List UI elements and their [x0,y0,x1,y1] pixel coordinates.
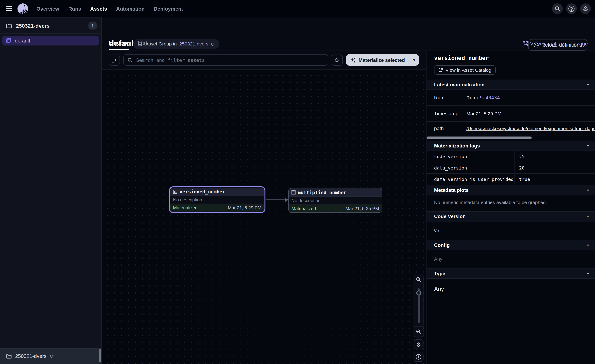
table-row-run: Run Run c9a40434 [426,90,595,106]
asset-group-icon [6,38,11,43]
nav-runs[interactable]: Runs [68,6,81,12]
lineage-icon [523,42,528,46]
reload-location-icon[interactable]: ⟳ [50,354,54,359]
nav-overview[interactable]: Overview [36,6,59,12]
metadata-plots-empty-message: No numeric metadata entries available to… [426,195,595,211]
dagster-logo[interactable] [17,3,28,14]
main-area: default Asset Group in 250321-dvers ⟳ Re… [102,17,595,364]
zoom-in-icon [416,277,421,282]
settings-button[interactable]: ⚙ [580,3,591,14]
run-prefix: Run [466,95,475,100]
sidebar-item-workspace[interactable]: 250321-dvers 1 [0,18,101,34]
tab-list[interactable]: List [138,40,147,50]
asset-node-description: No description [170,196,264,204]
view-in-asset-catalog-button[interactable]: View in Asset Catalog [434,65,496,75]
lineage-canvas[interactable]: versioned_number No description Material… [102,70,426,364]
section-config[interactable]: Config ▾ [426,240,595,250]
lineage-edge [266,199,286,200]
chevron-down-icon: ▾ [587,144,589,148]
nav-actions: ? ⚙ [552,3,591,14]
run-id-link[interactable]: c9a40434 [477,95,500,100]
chevron-down-icon: ▾ [587,188,589,192]
asset-name: versioned_number [179,189,225,195]
chevron-down-icon: ▾ [587,272,589,276]
nav-deployment[interactable]: Deployment [154,6,183,12]
search-input[interactable] [135,57,324,63]
download-icon [416,354,422,360]
asset-node-versioned-number[interactable]: versioned_number No description Material… [170,187,264,212]
asset-node-header: versioned_number [170,188,264,196]
section-type[interactable]: Type ▾ [426,269,595,279]
chevron-down-icon: ▾ [587,83,589,87]
tag-row-code-version: code_version v5 [426,151,595,162]
nav-assets[interactable]: Assets [90,6,107,12]
asset-node-multiplied-number[interactable]: multiplied_number No description Materia… [288,188,382,213]
lineage-graph-column: ⟳ Materialize selected ▾ [102,50,426,364]
view-global-lineage-label: View global asset lineage [530,41,588,47]
caret-down-icon: ▾ [413,57,415,63]
materialize-selected-button[interactable]: Materialize selected ▾ [346,54,419,66]
sparkles-icon [350,57,356,63]
gear-icon: ⚙ [583,6,588,12]
code-location-name: 250321-dvers [15,353,46,359]
code-version-value: v5 [426,222,595,240]
folder-icon [6,23,12,28]
sidebar-item-label: default [15,38,30,43]
search-icon [555,6,560,11]
section-latest-materialization[interactable]: Latest materialization ▾ [426,80,595,90]
nav-automation[interactable]: Automation [116,6,145,12]
tab-lineage[interactable]: Lineage [109,40,129,50]
zoom-slider[interactable] [414,285,423,327]
sidebar-item-default-group[interactable]: default [2,36,99,45]
page-header: default Asset Group in 250321-dvers ⟳ Re… [102,17,595,50]
asset-detail-panel: versioned_number View in Asset Catalog L… [426,50,595,364]
asset-node-header: multiplied_number [289,189,382,197]
asset-count-badge: 1 [88,21,97,29]
horizontal-scrollbar-thumb[interactable] [426,137,531,139]
asset-search-box [123,54,328,66]
asset-node-status-bar: Materialized Mar 21, 5:25 PM [289,205,382,212]
section-metadata-plots[interactable]: Metadata plots ▾ [426,185,595,196]
help-button[interactable]: ? [566,3,577,14]
view-in-asset-catalog-label: View in Asset Catalog [446,67,491,73]
view-global-lineage-link[interactable]: View global asset lineage [523,41,588,47]
path-link[interactable]: /Users/smackesey/stm/code/elementl/exper… [466,126,595,131]
asset-node-description: No description [289,197,382,205]
horizontal-scrollbar [426,136,595,140]
section-code-version[interactable]: Code Version ▾ [426,211,595,222]
materialized-status: Materialized [173,205,198,210]
materialized-status: Materialized [291,206,316,211]
table-row-path: path /Users/smackesey/stm/code/elementl/… [426,122,595,135]
panel-expand-icon [112,57,117,63]
toggle-sidebar-panel-button[interactable] [109,54,120,65]
gear-icon: ⚙ [416,342,421,347]
workspace-name: 250321-dvers [16,22,88,28]
selected-asset-title: versioned_number [434,55,588,62]
hamburger-menu-icon[interactable] [4,3,14,14]
chevron-down-icon: ▾ [587,214,589,218]
tag-row-data-version-is-user-provided: data_version_is_user_provided true [426,174,595,185]
graph-settings-button[interactable]: ⚙ [414,339,424,349]
config-value: Any [426,250,595,269]
asset-name: multiplied_number [298,190,347,195]
table-row-timestamp: Timestamp Mar 21, 5:29 PM [426,106,595,122]
sidebar-scrollbar[interactable] [99,349,101,363]
materialize-dropdown-button[interactable]: ▾ [409,54,419,66]
materialization-time: Mar 21, 5:25 PM [346,206,379,211]
type-value: Any [426,279,595,299]
download-image-button[interactable] [414,352,424,362]
top-nav: Overview Runs Assets Automation Deployme… [0,0,595,17]
refresh-graph-button[interactable]: ⟳ [332,54,342,65]
zoom-in-button[interactable] [414,274,423,285]
search-button[interactable] [552,3,563,14]
asset-groups-sidebar: 250321-dvers 1 default 250321-dvers ⟳ [0,17,102,364]
section-materialization-tags[interactable]: Materialization tags ▾ [426,141,595,151]
zoom-slider-knob[interactable] [416,290,421,295]
badge-workspace-link[interactable]: 250321-dvers [179,42,208,47]
search-icon [128,57,133,63]
zoom-out-button[interactable] [414,327,423,337]
table-icon [173,190,177,194]
zoom-out-icon [416,329,421,335]
refresh-icon[interactable]: ⟳ [211,42,215,47]
asset-node-status-bar: Materialized Mar 21, 5:29 PM [170,204,264,212]
